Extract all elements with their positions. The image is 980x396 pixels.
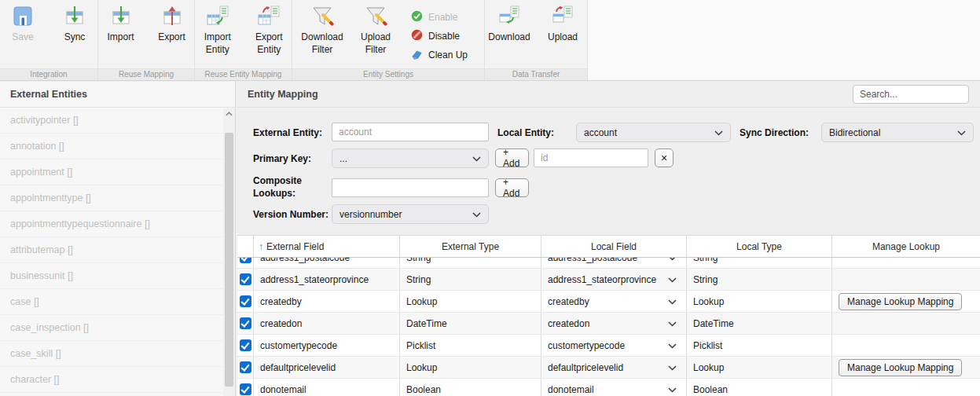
- row-checkbox[interactable]: [240, 339, 251, 351]
- local-entity-select[interactable]: account: [576, 123, 731, 142]
- enable-button-label: Enable: [428, 12, 457, 23]
- local-entity-label: Local Entity:: [497, 127, 554, 138]
- manage-lookup-cell: [832, 258, 980, 268]
- header-local-type[interactable]: Local Type: [687, 236, 832, 257]
- local-type-value: String: [687, 258, 718, 263]
- local-type-value: Lookup: [687, 296, 724, 307]
- clean-up-button[interactable]: Clean Up: [407, 47, 471, 62]
- scrollbar-thumb[interactable]: [225, 133, 233, 387]
- download-transfer-icon: [497, 4, 522, 29]
- composite-lookups-add-button[interactable]: + Add: [495, 178, 529, 197]
- export-icon: [160, 4, 185, 29]
- primary-key-value: ...: [340, 153, 347, 164]
- sidebar-item-appointmenttypequestionnaire[interactable]: appointmenttypequestionnaire []: [0, 211, 235, 237]
- header-local-field-label: Local Field: [591, 241, 637, 252]
- table-row[interactable]: createdon DateTime createdon DateTime: [237, 313, 980, 335]
- table-row[interactable]: donotemail Boolean donotemail Boolean: [237, 379, 980, 396]
- primary-key-select[interactable]: ...: [332, 148, 489, 168]
- sidebar-item-attributemap[interactable]: attributemap []: [0, 237, 235, 263]
- external-type-value: String: [400, 258, 431, 263]
- local-field-select[interactable]: donotemail: [541, 379, 687, 396]
- chevron-down-icon: [957, 127, 966, 138]
- local-field-value: address1_stateorprovince: [541, 274, 656, 285]
- sidebar-item-businessunit[interactable]: businessunit []: [0, 263, 235, 289]
- manage-lookup-mapping-button[interactable]: Manage Lookup Mapping: [839, 293, 962, 310]
- upload-filter-button[interactable]: Upload Filter: [352, 4, 399, 68]
- primary-key-remove-button[interactable]: ×: [655, 148, 674, 167]
- import-button-label: Import: [107, 31, 134, 44]
- enable-icon: [410, 9, 424, 25]
- row-checkbox[interactable]: [240, 273, 251, 285]
- primary-key-input[interactable]: [534, 148, 648, 167]
- export-entity-button[interactable]: Export Entity: [247, 4, 292, 68]
- upload-transfer-icon: [550, 4, 575, 29]
- sync-direction-select[interactable]: Bidirectional: [821, 123, 974, 142]
- manage-lookup-mapping-button[interactable]: Manage Lookup Mapping: [839, 359, 962, 376]
- external-field-value: defaultpricelevelid: [254, 362, 336, 373]
- header-manage-lookup-label: Manage Lookup: [872, 241, 940, 252]
- import-entity-button[interactable]: Import Entity: [195, 4, 240, 68]
- external-type-value: Lookup: [400, 296, 437, 307]
- export-button-label: Export: [158, 31, 185, 44]
- row-checkbox[interactable]: [240, 295, 251, 307]
- export-button[interactable]: Export: [149, 4, 194, 68]
- row-checkbox[interactable]: [240, 361, 251, 373]
- header-external-type-label: External Type: [442, 241, 499, 252]
- sidebar-item-case-skill[interactable]: case_skill []: [0, 341, 235, 367]
- local-field-select[interactable]: defaultpricelevelid: [541, 357, 687, 378]
- table-row[interactable]: customertypecode Picklist customertypeco…: [237, 335, 980, 357]
- table-row[interactable]: createdby Lookup createdby Lookup Manage…: [237, 291, 980, 313]
- download-button[interactable]: Download: [486, 4, 533, 68]
- header-manage-lookup[interactable]: Manage Lookup: [832, 236, 980, 257]
- header-external-field[interactable]: ↑ External Field: [254, 236, 400, 257]
- cleanup-icon: [410, 47, 424, 63]
- enable-button[interactable]: Enable: [407, 9, 471, 24]
- local-type-value: Lookup: [687, 362, 724, 373]
- version-number-select[interactable]: versionnumber: [332, 204, 489, 224]
- ribbon-group-data-transfer: Download Upload Data Transfer: [485, 0, 588, 80]
- external-field-value: createdon: [254, 318, 302, 329]
- disable-button[interactable]: Disable: [407, 28, 471, 43]
- upload-button-label: Upload: [548, 31, 578, 44]
- search-input[interactable]: [853, 85, 969, 104]
- sync-button[interactable]: Sync: [52, 4, 97, 68]
- table-row[interactable]: defaultpricelevelid Lookup defaultpricel…: [237, 357, 980, 379]
- sidebar-item-case[interactable]: case []: [0, 289, 235, 315]
- local-field-value: defaultpricelevelid: [541, 362, 623, 373]
- sidebar-item-character[interactable]: character []: [0, 367, 235, 393]
- sidebar-item-activitypointer[interactable]: activitypointer []: [0, 108, 235, 134]
- manage-lookup-cell: [832, 335, 980, 356]
- local-field-value: donotemail: [541, 384, 594, 395]
- import-button[interactable]: Import: [98, 4, 143, 68]
- external-entities-panel: External Entities activitypointer [] ann…: [0, 82, 236, 396]
- row-checkbox[interactable]: [240, 258, 251, 263]
- upload-button[interactable]: Upload: [539, 4, 586, 68]
- row-checkbox[interactable]: [240, 317, 251, 329]
- local-field-select[interactable]: createdon: [541, 313, 687, 334]
- download-filter-button-label: Download Filter: [299, 31, 346, 56]
- ribbon-group-label-reuse-entity-mapping: Reuse Entity Mapping: [195, 68, 292, 80]
- local-field-select[interactable]: createdby: [541, 291, 687, 312]
- primary-key-add-button[interactable]: + Add: [495, 148, 529, 167]
- table-row[interactable]: address1_stateorprovince String address1…: [237, 269, 980, 291]
- local-field-select[interactable]: address1_stateorprovince: [541, 269, 687, 290]
- composite-lookups-label: Composite Lookups:: [253, 175, 329, 200]
- upload-filter-button-label: Upload Filter: [352, 31, 399, 56]
- external-field-value: address1_postalcode: [254, 258, 350, 263]
- sidebar-scrollbar[interactable]: [223, 108, 235, 396]
- scroll-up-icon[interactable]: [223, 108, 235, 120]
- sidebar-item-case-inspection[interactable]: case_inspection []: [0, 315, 235, 341]
- sidebar-item-appointmenttype[interactable]: appointmenttype []: [0, 185, 235, 211]
- external-entity-input[interactable]: [332, 123, 489, 141]
- save-button[interactable]: Save: [0, 4, 46, 68]
- local-field-select[interactable]: customertypecode: [541, 335, 687, 356]
- header-local-field[interactable]: Local Field: [541, 236, 687, 257]
- sidebar-item-annotation[interactable]: annotation []: [0, 134, 235, 160]
- local-field-select[interactable]: address1_postalcode: [541, 258, 687, 268]
- header-external-type[interactable]: External Type: [400, 236, 541, 257]
- row-checkbox[interactable]: [240, 383, 251, 395]
- download-filter-button[interactable]: Download Filter: [299, 4, 346, 68]
- export-entity-icon: [256, 4, 281, 29]
- composite-lookups-input[interactable]: [332, 178, 489, 197]
- sidebar-item-appointment[interactable]: appointment []: [0, 160, 235, 185]
